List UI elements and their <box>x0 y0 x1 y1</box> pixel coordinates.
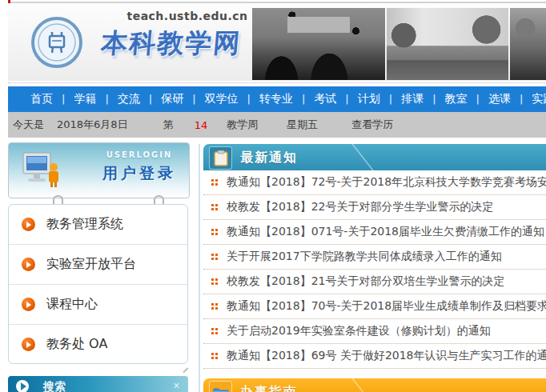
notice-bullet-icon <box>211 179 214 182</box>
header-dotted-divider <box>8 82 546 83</box>
notice-item[interactable]: 教通知【2018】70号-关于2018届毕业生成绩单制作及归档要求 <box>203 294 546 319</box>
notice-bullet-icon <box>211 328 214 330</box>
weekday: 星期五 <box>287 118 318 132</box>
site-domain: teach.ustb.edu.cn <box>91 10 251 22</box>
nav-item[interactable]: 排课 <box>380 92 424 106</box>
nav-item[interactable]: 双学位 <box>183 92 238 106</box>
notice-item[interactable]: 关于启动2019年实验室条件建设（修购计划）的通知 <box>203 319 546 344</box>
search-section-header: 搜索 ✕ <box>8 376 188 392</box>
header-deco-line <box>331 144 374 170</box>
collapse-icon[interactable]: ✕ <box>173 381 180 391</box>
main-nav: 首页 学籍 交流 保研 双学位 转专业 考试 计划 排课 教室 选课 实践 创新… <box>8 86 546 112</box>
date-bar: 今天是 2018年6月8日 第 14 教学周 星期五 查看学历 <box>8 112 546 138</box>
banner-photo-graduation <box>252 8 385 80</box>
notice-title: 关于启动2019年实验室条件建设（修购计划）的通知 <box>227 324 491 338</box>
notice-title: 教通知【2018】071号-关于2018届毕业生欠费清缴工作的通知 <box>227 225 544 239</box>
folder-icon-box <box>209 381 232 392</box>
banner-photo-campus-building <box>387 8 508 80</box>
service-guide-title: 办事指南 <box>240 384 298 392</box>
nav-item[interactable]: 考试 <box>293 92 336 106</box>
user-login-title: 用户登录 <box>102 163 176 184</box>
banner-photo-campus-trees <box>510 8 546 80</box>
nav-item[interactable]: 交流 <box>96 92 139 106</box>
notice-title: 教通知【2018】72号-关于2018年北京科技大学数学竞赛考场安排 <box>227 175 546 190</box>
sidebar-menu-label: 实验室开放平台 <box>46 256 136 273</box>
main-panel: 最新通知 教通知【2018】72号-关于2018年北京科技大学数学竞赛考场安排 … <box>199 144 546 392</box>
nav-item[interactable]: 计划 <box>336 92 379 106</box>
notice-title: 校教发【2018】21号关于对部分双培生学业警示的决定 <box>227 274 504 289</box>
panel-corner-mark <box>179 363 189 374</box>
play-circle-icon <box>16 380 29 392</box>
site-header: teach.ustb.edu.cn 本科教学网 <box>8 3 546 81</box>
date-prefix: 今天是 <box>13 118 44 132</box>
sidebar-menu-label: 教务管理系统 <box>46 216 123 233</box>
folder-icon <box>213 386 229 392</box>
notice-title: 教通知【2018】70号-关于2018届毕业生成绩单制作及归档要求 <box>227 299 546 314</box>
user-login-subtitle: USERLOGIN <box>102 150 176 159</box>
week-label-pre: 第 <box>163 118 174 132</box>
notice-item[interactable]: 教通知【2018】69号 关于做好2018年认识与生产实习工作的通知 <box>203 344 546 369</box>
notice-bullet-icon <box>211 278 214 281</box>
ustb-seal-logo <box>30 16 83 69</box>
notice-bullet-icon <box>211 229 214 231</box>
notice-list: 教通知【2018】72号-关于2018年北京科技大学数学竞赛考场安排 校教发【2… <box>203 170 546 369</box>
notice-bullet-icon <box>211 303 214 306</box>
notice-item[interactable]: 教通知【2018】071号-关于2018届毕业生欠费清缴工作的通知 <box>203 220 546 245</box>
sidebar-quick-links: 教务管理系统 实验室开放平台 课程中心 教务处 OA <box>8 204 188 364</box>
sidebar-menu-item[interactable]: 课程中心 <box>9 285 187 325</box>
nav-item[interactable]: 教室 <box>424 92 467 106</box>
arrow-bullet-icon <box>22 338 35 351</box>
arrow-bullet-icon <box>22 258 35 271</box>
notice-title: 校教发【2018】22号关于对部分学生学业警示的决定 <box>227 200 493 214</box>
notice-item[interactable]: 校教发【2018】22号关于对部分学生学业警示的决定 <box>203 195 546 220</box>
teaching-week-number: 14 <box>195 119 208 131</box>
sidebar-menu-label: 教务处 OA <box>46 336 107 353</box>
notice-bullet-icon <box>211 204 214 206</box>
notice-bullet-icon <box>211 353 214 355</box>
monitor-user-icon <box>20 150 62 190</box>
notice-item[interactable]: 校教发【2018】21号关于对部分双培生学业警示的决定 <box>203 270 546 294</box>
nav-item[interactable]: 实践 <box>511 92 546 106</box>
nav-item[interactable]: 转专业 <box>239 92 293 106</box>
site-title: 本科教学网 <box>90 26 253 62</box>
arrow-bullet-icon <box>22 218 35 231</box>
service-guide-header: 办事指南 <box>203 378 546 392</box>
latest-notices-header: 最新通知 <box>203 144 546 170</box>
notice-item[interactable]: 关于开展2017下学院路教学共同体成绩录入工作的通知 <box>203 245 546 270</box>
search-title: 搜索 <box>43 380 66 392</box>
sidebar-menu-label: 课程中心 <box>46 296 98 313</box>
sidebar-menu-item[interactable]: 教务管理系统 <box>9 205 187 245</box>
week-label-post: 教学周 <box>227 118 258 132</box>
notice-bullet-icon <box>211 254 214 256</box>
view-transcript-link[interactable]: 查看学历 <box>351 118 393 132</box>
user-login-panel: USERLOGIN 用户登录 <box>8 142 190 198</box>
nav-item[interactable]: 保研 <box>140 92 183 106</box>
nav-item[interactable]: 选课 <box>468 92 511 106</box>
nav-item[interactable]: 首页 <box>30 92 53 106</box>
clipboard-icon <box>214 150 228 166</box>
current-date: 2018年6月8日 <box>57 118 128 132</box>
sidebar-menu-item[interactable]: 教务处 OA <box>9 325 187 364</box>
latest-notices-title: 最新通知 <box>240 150 298 166</box>
header-deco-line <box>331 378 374 392</box>
main-nav-bar: 首页 学籍 交流 保研 双学位 转专业 考试 计划 排课 教室 选课 实践 创新… <box>8 86 546 112</box>
nav-item[interactable]: 学籍 <box>53 92 96 106</box>
header-banner <box>252 8 546 80</box>
notice-title: 教通知【2018】69号 关于做好2018年认识与生产实习工作的通知 <box>227 349 546 363</box>
sidebar-menu-item[interactable]: 实验室开放平台 <box>9 245 187 285</box>
notice-title: 关于开展2017下学院路教学共同体成绩录入工作的通知 <box>227 250 502 264</box>
arrow-bullet-icon <box>22 298 35 311</box>
clipboard-icon-box <box>209 146 232 170</box>
notice-item[interactable]: 教通知【2018】72号-关于2018年北京科技大学数学竞赛考场安排 <box>203 170 546 195</box>
